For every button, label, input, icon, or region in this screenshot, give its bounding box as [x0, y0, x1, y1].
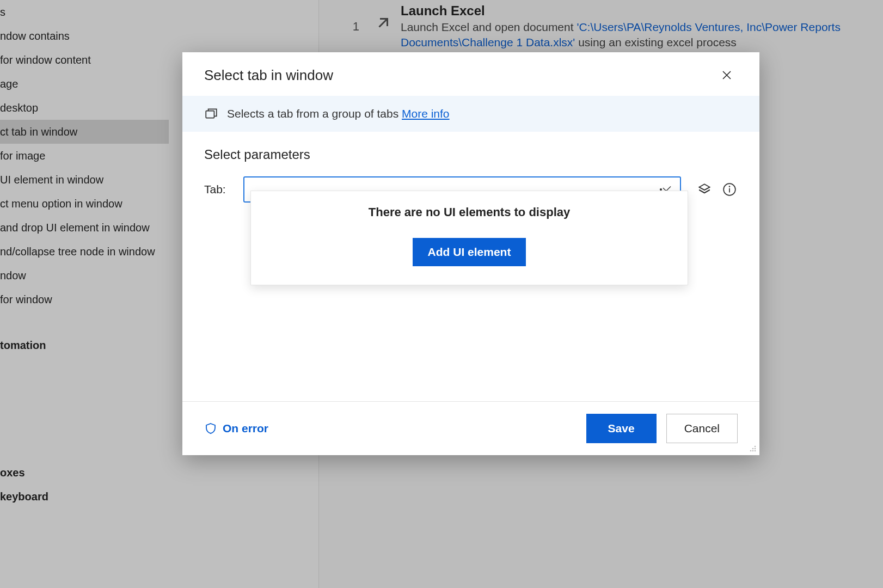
sidebar-item-select-tab[interactable]: ct tab in window	[0, 120, 169, 144]
add-ui-element-button[interactable]: Add UI element	[413, 238, 526, 266]
sidebar-item[interactable]: ct menu option in window	[0, 192, 169, 216]
more-info-link[interactable]: More info	[402, 107, 450, 120]
save-button[interactable]: Save	[586, 414, 657, 443]
svg-point-10	[755, 450, 756, 452]
dialog-info-bar: Selects a tab from a group of tabs More …	[182, 96, 759, 132]
sidebar-item[interactable]: s	[0, 0, 169, 24]
sidebar-item[interactable]: and drop UI element in window	[0, 216, 169, 240]
sidebar-category[interactable]: tomation	[0, 333, 169, 357]
on-error-button[interactable]: On error	[204, 422, 268, 435]
close-button[interactable]	[716, 64, 738, 86]
step-number: 1	[319, 3, 373, 34]
section-title: Select parameters	[204, 147, 738, 162]
shield-icon	[204, 422, 217, 435]
sidebar-item[interactable]: nd/collapse tree node in window	[0, 240, 169, 264]
sidebar-category[interactable]: oxes	[0, 461, 169, 485]
sidebar-item[interactable]: age	[0, 72, 169, 96]
ui-element-picker-icon[interactable]	[696, 181, 713, 198]
info-icon[interactable]	[721, 181, 738, 198]
sidebar-item[interactable]: ndow	[0, 264, 169, 287]
svg-rect-0	[206, 111, 214, 118]
actions-sidebar: s ndow contains for window content age d…	[0, 0, 169, 588]
tabs-icon	[204, 107, 218, 121]
sidebar-item[interactable]: for image	[0, 144, 169, 168]
step-title: Launch Excel	[401, 3, 878, 19]
sidebar-item[interactable]: desktop	[0, 96, 169, 120]
cancel-button[interactable]: Cancel	[666, 414, 738, 443]
dialog-title: Select tab in window	[204, 67, 333, 84]
dropdown-empty-text: There are no UI elements to display	[251, 205, 688, 219]
svg-point-7	[755, 448, 756, 450]
dialog-footer: On error Save Cancel	[182, 401, 759, 455]
sidebar-item[interactable]: for window content	[0, 48, 169, 72]
svg-point-5	[755, 446, 756, 448]
tab-dropdown-panel: There are no UI elements to display Add …	[250, 191, 688, 285]
sidebar-item[interactable]: for window	[0, 287, 169, 311]
dialog-body: Select parameters Tab:	[182, 132, 759, 401]
svg-point-9	[752, 450, 754, 452]
select-tab-dialog: Select tab in window Selects a tab from …	[182, 52, 759, 455]
on-error-label: On error	[223, 422, 268, 435]
sidebar-item[interactable]: ndow contains	[0, 24, 169, 48]
resize-grip-icon[interactable]	[747, 443, 757, 453]
dialog-header: Select tab in window	[182, 52, 759, 96]
svg-point-4	[729, 186, 731, 187]
svg-point-6	[752, 448, 754, 450]
sidebar-item[interactable]: UI element in window	[0, 168, 169, 192]
param-label: Tab:	[204, 183, 234, 196]
dialog-info-text: Selects a tab from a group of tabs	[227, 107, 402, 120]
sidebar-category[interactable]: keyboard	[0, 485, 169, 509]
launch-arrow-icon	[373, 3, 401, 33]
svg-point-8	[750, 450, 752, 452]
step-description: Launch Excel and open document 'C:\Users…	[401, 20, 878, 50]
